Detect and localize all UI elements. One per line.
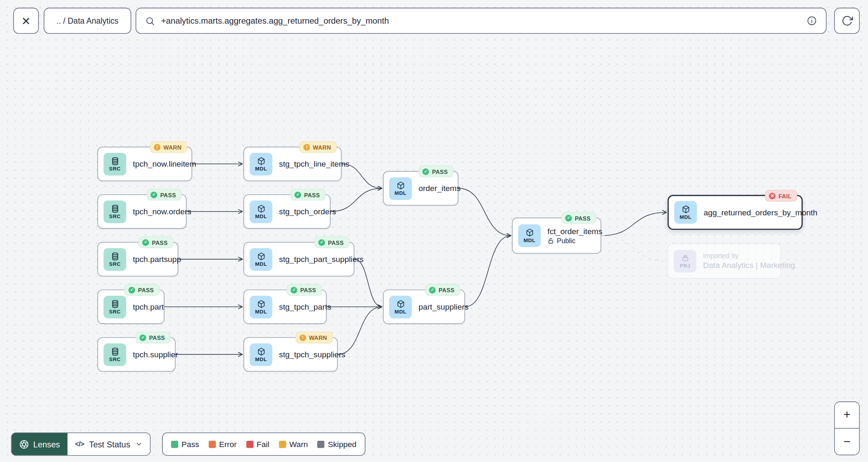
node-text: tpch_now.orders xyxy=(133,207,178,216)
lenses-button[interactable]: Lenses xyxy=(11,433,67,455)
lens-selector-label: Test Status xyxy=(89,439,130,449)
node-kind-label: MDL xyxy=(255,166,267,171)
cube-icon xyxy=(257,347,265,356)
database-icon xyxy=(111,204,119,213)
node-text: tpch.partsupp xyxy=(133,255,170,263)
node-text: order_items xyxy=(418,184,450,192)
node-text: fct_order_itemsPublic xyxy=(547,227,593,245)
node-kind-block: MDL xyxy=(250,153,272,175)
node-tpch_now_orders[interactable]: SRCtpch_now.orders✓PASS xyxy=(97,194,186,229)
refresh-button[interactable] xyxy=(834,8,860,34)
node-kind-block: MDL xyxy=(250,295,272,318)
node-title: tpch.supplier xyxy=(133,350,167,359)
node-title: part_suppliers xyxy=(418,302,457,311)
node-title: tpch_now.lineitem xyxy=(133,159,184,168)
zoom-in-button[interactable]: + xyxy=(835,402,859,428)
status-badge-pass: ✓PASS xyxy=(125,284,160,296)
status-badge-warn: !WARN xyxy=(296,332,332,343)
database-icon xyxy=(111,347,119,356)
close-button[interactable]: ✕ xyxy=(13,8,39,34)
lineage-canvas[interactable]: SRCtpch_now.lineitem!WARNMDLstg_tpch_lin… xyxy=(0,0,868,462)
status-dot-icon: ! xyxy=(299,334,306,341)
aperture-icon xyxy=(19,439,29,449)
node-kind-block: SRC xyxy=(104,295,126,318)
search-icon xyxy=(145,16,155,26)
node-title: stg_tpch_line_items xyxy=(279,159,333,168)
node-stg_tpch_orders[interactable]: MDLstg_tpch_orders✓PASS xyxy=(243,194,330,229)
status-label: PASS xyxy=(432,168,448,175)
status-dot-icon: ! xyxy=(303,144,310,150)
code-icon: </> xyxy=(75,440,84,448)
legend-swatch xyxy=(279,440,286,448)
node-text: agg_returned_orders_by_month xyxy=(704,208,794,217)
node-stg_tpch_parts[interactable]: MDLstg_tpch_parts✓PASS xyxy=(243,290,327,324)
edge-fct_order_items-to-imported_project xyxy=(601,236,667,261)
breadcrumb-button[interactable]: .. / Data Analytics xyxy=(44,8,131,34)
status-label: WARN xyxy=(309,334,327,341)
search-input[interactable] xyxy=(161,16,801,25)
legend-label: Skipped xyxy=(328,440,356,448)
status-dot-icon: ✓ xyxy=(423,168,429,175)
status-label: PASS xyxy=(160,191,176,198)
status-label: PASS xyxy=(575,215,591,221)
status-badge-pass: ✓PASS xyxy=(419,166,453,177)
node-imported_project: PRJImported byData Analytics | Marketing xyxy=(668,244,781,278)
search-bar[interactable] xyxy=(136,8,827,34)
node-kind-label: MDL xyxy=(395,309,407,314)
status-label: WARN xyxy=(163,144,182,150)
legend-label: Error xyxy=(219,440,237,448)
node-tpch_partsupp[interactable]: SRCtpch.partsupp✓PASS xyxy=(97,242,178,277)
legend-item-pass: Pass xyxy=(171,440,199,448)
edge-part_suppliers-to-fct_order_items xyxy=(465,236,511,307)
status-dot-icon: ✓ xyxy=(140,334,146,341)
legend-swatch xyxy=(171,440,178,448)
info-icon[interactable] xyxy=(806,16,817,26)
node-kind-block: MDL xyxy=(674,201,697,224)
node-kind-block: MDL xyxy=(389,295,412,318)
node-kind-label: MDL xyxy=(255,261,267,266)
lenses-control: Lenses </> Test Status xyxy=(11,432,151,456)
node-fct_order_items[interactable]: MDLfct_order_itemsPublic✓PASS xyxy=(512,218,601,254)
edge-order_items-to-fct_order_items xyxy=(458,188,511,236)
database-icon xyxy=(111,252,119,261)
node-stg_tpch_suppliers[interactable]: MDLstg_tpch_suppliers!WARN xyxy=(243,337,338,372)
cube-icon xyxy=(257,252,265,261)
node-kind-block: PRJ xyxy=(674,250,696,272)
node-text: stg_tpch_parts xyxy=(279,302,318,311)
node-tpch_supplier[interactable]: SRCtpch.supplier✓PASS xyxy=(97,337,175,372)
node-kind-label: SRC xyxy=(109,166,121,171)
legend-item-fail: Fail xyxy=(246,440,270,448)
lock-open-icon xyxy=(547,237,554,244)
node-stg_tpch_line_items[interactable]: MDLstg_tpch_line_items!WARN xyxy=(243,147,341,181)
node-title: Data Analytics | Marketing xyxy=(703,261,773,270)
status-badge-warn: !WARN xyxy=(150,141,187,153)
node-agg_returned_orders_by_month[interactable]: MDLagg_returned_orders_by_month✕FAIL xyxy=(668,195,803,230)
zoom-out-button[interactable]: − xyxy=(835,429,859,454)
node-kind-block: SRC xyxy=(104,153,126,175)
edge-stg_tpch_part_suppliers-to-part_suppliers xyxy=(354,259,382,307)
node-text: stg_tpch_line_items xyxy=(279,159,333,168)
node-stg_tpch_part_suppliers[interactable]: MDLstg_tpch_part_suppliers✓PASS xyxy=(243,242,354,277)
lens-selector-dropdown[interactable]: </> Test Status xyxy=(68,433,150,455)
status-dot-icon: ✓ xyxy=(565,215,572,221)
node-text: stg_tpch_part_suppliers xyxy=(279,255,346,263)
legend-label: Pass xyxy=(182,440,199,448)
node-kind-label: MDL xyxy=(395,190,407,196)
node-kind-label: PRJ xyxy=(680,263,690,269)
node-order_items[interactable]: MDLorder_items✓PASS xyxy=(383,171,458,206)
node-tpch_part[interactable]: SRCtpch.part✓PASS xyxy=(97,290,164,324)
node-tpch_now_lineitem[interactable]: SRCtpch_now.lineitem!WARN xyxy=(97,147,192,181)
node-kind-block: SRC xyxy=(104,200,126,223)
database-icon xyxy=(111,157,119,165)
edge-layer xyxy=(0,0,868,462)
node-part_suppliers[interactable]: MDLpart_suppliers✓PASS xyxy=(383,290,465,324)
node-kind-label: MDL xyxy=(680,214,691,220)
node-title: tpch.partsupp xyxy=(133,255,170,263)
database-icon xyxy=(111,300,119,308)
status-label: FAIL xyxy=(779,192,792,199)
status-badge-pass: ✓PASS xyxy=(291,189,326,200)
cube-icon xyxy=(257,300,265,308)
edge-fct_order_items-to-agg_returned_orders_by_month xyxy=(601,212,667,236)
legend-swatch xyxy=(209,440,216,448)
node-access-row: Public xyxy=(547,237,593,244)
